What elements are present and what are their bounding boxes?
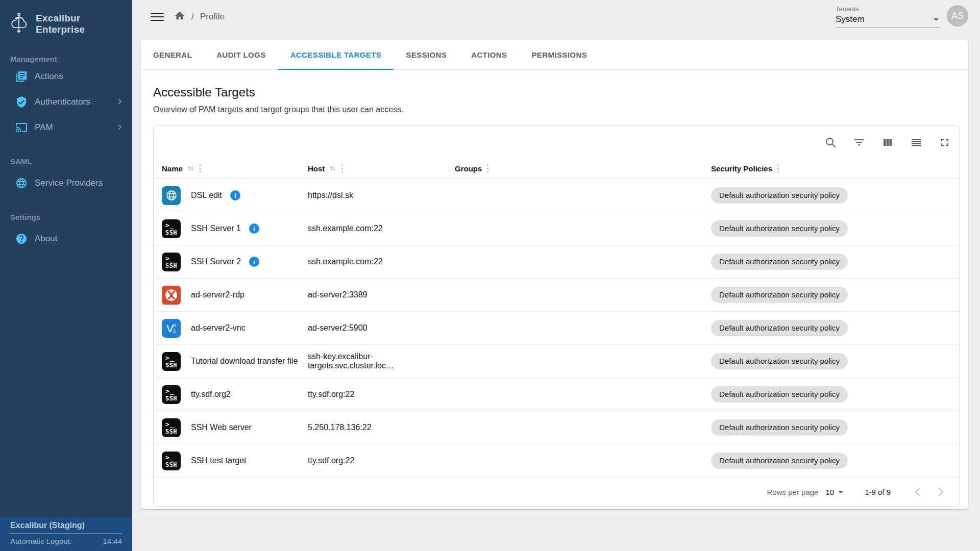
main-area: / Profile Tenants System AS GENERAL AUDI… — [132, 0, 980, 551]
ssh-target-icon: >_SSH — [162, 352, 181, 371]
table-row[interactable]: >_SSH SSH Web server 5.250.178.136:22 De… — [154, 411, 959, 444]
info-icon[interactable] — [249, 223, 259, 234]
next-page-button[interactable] — [934, 485, 948, 499]
info-icon[interactable] — [230, 190, 240, 201]
sidebar-item-pam[interactable]: PAM — [0, 115, 132, 140]
rows-per-page-select[interactable]: 10 — [825, 488, 844, 496]
target-host: tty.sdf.org:22 — [300, 390, 447, 399]
home-icon[interactable] — [174, 10, 185, 24]
column-menu-icon[interactable] — [341, 164, 344, 173]
target-host: 5.250.178.136:22 — [300, 423, 447, 432]
table-toolbar — [154, 126, 959, 158]
table-row[interactable]: >_SSH Tutorial download transfer file ss… — [154, 345, 959, 378]
breadcrumb-separator: / — [191, 12, 194, 22]
ssh-target-icon: >_SSH — [162, 385, 181, 404]
chevron-right-icon — [117, 123, 123, 132]
profile-card: GENERAL AUDIT LOGS ACCESSIBLE TARGETS SE… — [141, 40, 968, 509]
target-host: https://dsl.sk — [300, 191, 447, 200]
rdp-target-icon — [162, 286, 181, 305]
security-policy-chip[interactable]: Default authorization security policy — [711, 187, 848, 204]
target-name: SSH Server 2 — [191, 257, 241, 266]
tab-general[interactable]: GENERAL — [141, 40, 204, 69]
sidebar-item-label: Actions — [35, 71, 63, 82]
breadcrumb: / Profile — [174, 10, 225, 24]
section-label-management: Management — [10, 55, 132, 64]
column-menu-icon[interactable] — [777, 164, 779, 173]
sidebar-item-authenticators[interactable]: Authenticators — [0, 89, 132, 115]
target-host: tty.sdf.org:22 — [300, 456, 447, 465]
table-row[interactable]: >_SSH SSH test target tty.sdf.org:22 Def… — [154, 444, 959, 478]
tab-bar: GENERAL AUDIT LOGS ACCESSIBLE TARGETS SE… — [141, 40, 968, 70]
excalibur-logo-icon — [7, 11, 31, 37]
page-title: Accessible Targets — [153, 85, 960, 99]
security-policy-chip[interactable]: Default authorization security policy — [711, 453, 848, 469]
ssh-target-icon: >_SSH — [162, 253, 181, 271]
brand-title: Excalibur Enterprise — [36, 13, 124, 35]
security-policy-chip[interactable]: Default authorization security policy — [711, 419, 848, 436]
table-row[interactable]: >_SSH tty.sdf.org2 tty.sdf.org:22 Defaul… — [154, 378, 959, 411]
target-name: SSH Server 1 — [191, 224, 241, 233]
info-icon[interactable] — [249, 257, 259, 267]
ssh-target-icon: >_SSH — [162, 452, 181, 470]
tab-actions[interactable]: ACTIONS — [459, 40, 519, 69]
menu-toggle-icon[interactable] — [151, 11, 164, 23]
target-name: tty.sdf.org2 — [191, 390, 231, 399]
dropdown-arrow-icon — [934, 18, 939, 21]
tab-permissions[interactable]: PERMISSIONS — [519, 40, 599, 69]
table-row[interactable]: DSL edit https://dsl.sk Default authoriz… — [154, 179, 959, 212]
tenant-selected-value: System — [836, 14, 934, 24]
table-row[interactable]: Vnc ad-server2-vnc ad-server2:5900 Defau… — [154, 312, 959, 345]
security-policy-chip[interactable]: Default authorization security policy — [711, 353, 848, 369]
tab-sessions[interactable]: SESSIONS — [394, 40, 459, 69]
search-icon[interactable] — [824, 136, 837, 148]
web-target-icon — [162, 186, 181, 205]
tab-accessible-targets[interactable]: ACCESSIBLE TARGETS — [278, 40, 394, 69]
sidebar-item-about[interactable]: About — [0, 226, 132, 252]
library-icon — [15, 70, 28, 83]
shield-check-icon — [15, 96, 28, 108]
sidebar-item-actions[interactable]: Actions — [0, 64, 132, 89]
page-subtitle: Overview of PAM targets and target group… — [153, 105, 960, 114]
section-label-saml: SAML — [10, 157, 132, 166]
table-row[interactable]: >_SSH SSH Server 1 ssh.example.com:22 De… — [154, 212, 959, 245]
target-name: SSH test target — [191, 456, 247, 465]
avatar[interactable]: AS — [947, 5, 968, 27]
sort-icon[interactable] — [329, 165, 336, 172]
tab-audit-logs[interactable]: AUDIT LOGS — [204, 40, 278, 69]
security-policy-chip[interactable]: Default authorization security policy — [711, 287, 848, 303]
column-menu-icon[interactable] — [199, 164, 202, 173]
tenants-label: Tenants — [836, 5, 940, 13]
density-icon[interactable] — [910, 136, 922, 148]
dropdown-arrow-icon — [838, 491, 843, 493]
tenants-select[interactable]: Tenants System — [836, 5, 940, 28]
columns-icon[interactable] — [881, 136, 894, 148]
sidebar-nav: Management Actions Authenticators PAM — [0, 55, 132, 252]
target-host: ssh.example.com:22 — [300, 224, 447, 233]
table-row[interactable]: ad-server2-rdp ad-server2:3389 Default a… — [154, 279, 959, 312]
sidebar-item-service-providers[interactable]: Service Providers — [0, 170, 132, 196]
security-policy-chip[interactable]: Default authorization security policy — [711, 320, 848, 336]
previous-page-button[interactable] — [910, 485, 924, 499]
sidebar: Excalibur Enterprise Management Actions … — [0, 0, 132, 551]
table-row[interactable]: >_SSH SSH Server 2 ssh.example.com:22 De… — [154, 245, 959, 279]
topbar: / Profile Tenants System AS — [132, 0, 980, 36]
breadcrumb-current: Profile — [200, 12, 225, 22]
security-policy-chip[interactable]: Default authorization security policy — [711, 386, 848, 403]
section-label-settings: Settings — [10, 213, 132, 222]
auto-logout-label: Automatic Logout: — [10, 537, 72, 545]
column-header-groups: Groups — [455, 164, 482, 173]
sort-icon[interactable] — [187, 165, 194, 172]
ssh-target-icon: >_SSH — [162, 219, 181, 238]
vnc-target-icon: Vnc — [162, 319, 181, 338]
filter-icon[interactable] — [853, 136, 865, 148]
security-policy-chip[interactable]: Default authorization security policy — [711, 254, 848, 270]
target-name: ad-server2-rdp — [191, 290, 244, 299]
pagination-range: 1-9 of 9 — [865, 488, 891, 496]
fullscreen-icon[interactable] — [939, 136, 951, 148]
column-menu-icon[interactable] — [486, 164, 489, 173]
target-name: ad-server2-vnc — [191, 323, 246, 333]
column-header-host: Host — [308, 164, 325, 173]
security-policy-chip[interactable]: Default authorization security policy — [711, 220, 848, 237]
chevron-right-icon — [117, 97, 123, 107]
rows-per-page-label: Rows per page — [767, 488, 819, 496]
